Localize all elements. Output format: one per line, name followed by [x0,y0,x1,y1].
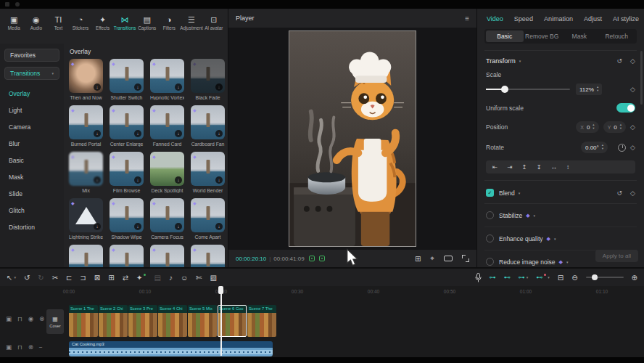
toolbar-tab-media[interactable]: ▣Media [3,12,25,42]
track-icon[interactable]: ▣ [6,315,12,322]
transition-item[interactable]: ◆ [110,245,144,267]
render-indicator-icon[interactable] [319,256,325,261]
toolbar-tab-filters[interactable]: ◑Filters [158,12,181,42]
download-icon[interactable]: ↓ [215,130,223,137]
keyframe-icon[interactable]: ◇ [630,144,635,151]
audio-tool-button[interactable]: ♪ [169,274,173,282]
toolbar-tab-transitions[interactable]: ⋈Transitions [114,12,136,42]
transition-item[interactable]: ◆↓Lightning Strike [69,198,103,240]
transition-item[interactable]: ◆↓Burned Portal [69,105,103,147]
download-icon[interactable]: ↓ [94,130,101,137]
crop-button[interactable]: ⊞ [108,274,114,282]
zoom-in-icon[interactable]: ⊕ [632,274,637,282]
sidebar-item-blur[interactable]: Blur [0,135,64,152]
tab-animation[interactable]: Animation [544,15,573,23]
download-icon[interactable]: ↓ [175,176,182,184]
tab-speed[interactable]: Speed [514,15,533,23]
delete-button[interactable]: ⊠ [94,274,100,282]
sidebar-item-overlay[interactable]: Overlay [0,85,64,102]
transition-item[interactable]: ◆ [69,245,103,267]
stepper-down-icon[interactable]: ▾ [620,127,622,131]
sidebar-item-slide[interactable]: Slide [0,185,64,202]
uniform-scale-toggle[interactable] [616,103,635,113]
ratio-icon[interactable] [444,256,453,261]
subtab-retouch[interactable]: Retouch [598,30,636,42]
align-bottom-icon[interactable]: ↧ [536,163,541,171]
align-center-h-icon[interactable]: ↔ [551,163,558,171]
subtab-remove-bg[interactable]: Remove BG [524,30,561,42]
reset-icon[interactable]: ↺ [617,57,623,65]
align-right-icon[interactable]: ⇥ [507,163,512,171]
sidebar-item-favorites[interactable]: Favorites [4,49,59,62]
download-icon[interactable]: ↓ [175,223,182,230]
stabilize-checkbox[interactable] [486,211,494,219]
magnetic-toggle[interactable]: ⊶ [490,274,496,281]
transition-item[interactable]: ◆↓Cardboard Fan [191,105,225,147]
toolbar-tab-audio[interactable]: ◉Audio [25,12,48,42]
transition-item[interactable]: ◆↓Come Apart [191,198,225,240]
chevron-down-icon[interactable]: ▾ [534,213,536,218]
sidebar-item-light[interactable]: Light [0,102,64,118]
download-icon[interactable]: ↓ [134,83,141,91]
timeline-clip-selected[interactable]: Scene 6 Coo [218,305,247,337]
sidebar-item-glitch[interactable]: Glitch [0,202,64,219]
download-icon[interactable]: ↓ [134,130,141,137]
stepper-down-icon[interactable]: ▾ [597,89,598,93]
download-icon[interactable]: ↓ [215,83,223,91]
keyframe-icon[interactable]: ◇ [630,57,635,65]
transition-item[interactable]: ◆↓Then and Now [69,59,103,100]
filmstrip-button[interactable]: ▤ [154,274,160,282]
position-y-field[interactable]: Y 0 ▴▾ [603,121,626,133]
stepper-down-icon[interactable]: ▾ [602,147,603,151]
transition-item[interactable]: ◆↓Fanned Card [150,105,184,147]
keyframe-icon[interactable]: ◇ [630,123,635,131]
position-x-field[interactable]: X 0 ▴▾ [576,121,598,133]
download-icon[interactable]: ↓ [175,130,182,137]
pip-icon[interactable]: ⊞ [415,255,421,263]
sidebar-group-transitions[interactable]: Transitions▾ [4,67,59,80]
lock-icon[interactable]: ⊓ [17,315,22,322]
stepper-down-icon[interactable]: ▾ [593,127,594,131]
timeline-clip[interactable]: Scene 7 The [247,305,276,337]
reset-icon[interactable]: ↺ [617,189,623,197]
fullscreen-icon[interactable] [462,255,469,262]
timeline-clip[interactable]: Scene 3 Pre [128,305,157,337]
download-icon[interactable]: ↓ [175,83,182,91]
redo-button[interactable]: ↻ [38,274,44,282]
avatar-tool-button[interactable]: ☺ [181,274,188,282]
toolbar-tab-adjustment[interactable]: ☰Adjustment [181,12,203,42]
microphone-icon[interactable] [475,273,482,282]
transition-item[interactable]: ◆↓Shadow Wipe [110,198,144,240]
scale-slider[interactable] [486,89,570,90]
keyframe-icon[interactable]: ◇ [630,189,635,197]
transition-item[interactable]: ◆↓Film Browse [110,152,144,193]
select-tool-button[interactable]: ↖▾ [7,274,16,282]
cover-button[interactable]: ▦ Cover [46,309,64,334]
trim-left-button[interactable]: ⊏ [66,274,72,282]
subtab-mask[interactable]: Mask [561,30,598,42]
timeline-zoom-slider[interactable] [586,277,624,278]
display-mode-icon[interactable]: ⊟ [558,274,564,282]
snap-toggle[interactable]: ⊶▾ [519,274,529,281]
timeline-clip[interactable]: Scene 1 The [69,305,98,337]
timeline-clip[interactable]: Scene 5 Mix [188,305,217,337]
trim-right-button[interactable]: ⊐ [80,274,86,282]
align-top-icon[interactable]: ↥ [521,163,527,171]
audio-clip[interactable]: Cat Cooking.mp3 [69,341,273,356]
transition-item[interactable]: ◆↓Hypnotic Vortex [150,59,184,100]
blend-checkbox[interactable]: ✓ [486,189,494,197]
smart-tools-button[interactable]: ✦ [136,274,146,282]
transition-item[interactable]: ◆↓Camera Focus [150,198,184,240]
transition-item[interactable]: ◆↓Black Fade [191,59,225,100]
scale-value-box[interactable]: 112% ▴▾ [576,83,602,95]
beauty-tool-button[interactable]: ✄ [196,274,202,282]
download-icon[interactable]: ↓ [215,176,223,184]
transition-item[interactable]: ◆ [150,245,184,267]
video-preview[interactable] [289,30,416,247]
playhead-handle[interactable] [218,286,223,294]
chevron-down-icon[interactable]: ▾ [554,237,556,241]
transition-item[interactable]: ◆↓Deck Spotlight [150,152,184,193]
align-center-v-icon[interactable]: ↕ [566,163,569,171]
toolbar-tab-captions[interactable]: ▤Captions [136,12,158,42]
zoom-out-icon[interactable]: ⊖ [571,274,577,282]
